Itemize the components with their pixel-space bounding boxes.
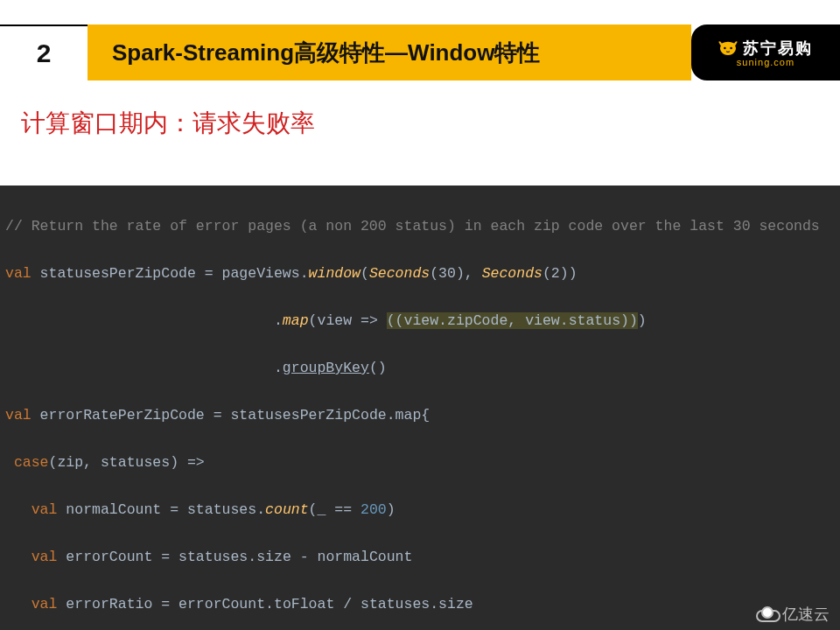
code-comment: // Return the rate of error pages (a non… — [5, 218, 820, 234]
svg-point-1 — [730, 47, 732, 50]
cloud-icon — [754, 606, 779, 622]
highlighted-tuple: ((view.zipCode, view.status)) — [387, 312, 638, 329]
section-title: 计算窗口期内：请求失败率 — [21, 107, 840, 140]
code-block: // Return the rate of error pages (a non… — [0, 186, 840, 630]
watermark: 亿速云 — [754, 604, 830, 625]
svg-point-0 — [724, 47, 726, 50]
brand-text: 苏宁易购 — [743, 38, 813, 59]
slide-number: 2 — [0, 24, 88, 80]
slide-title: Spark-Streaming高级特性—Window特性 — [88, 24, 691, 80]
brand-subtext: suning.com — [737, 57, 794, 67]
slide-header: 2 Spark-Streaming高级特性—Window特性 苏宁易购 suni… — [0, 24, 840, 80]
lion-icon — [718, 40, 738, 56]
watermark-text: 亿速云 — [782, 604, 830, 625]
brand-badge: 苏宁易购 suning.com — [691, 24, 840, 80]
